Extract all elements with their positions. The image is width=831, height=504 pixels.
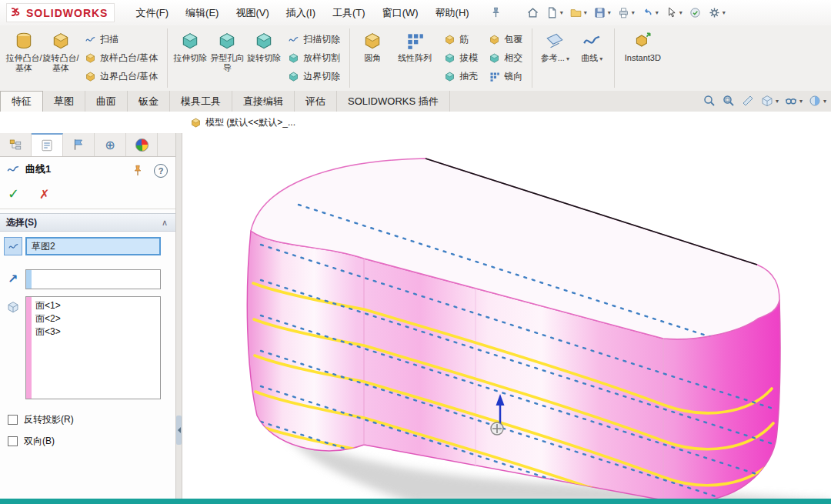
ds-logo-icon: [10, 6, 23, 19]
hole-wizard-button[interactable]: 异型孔向导: [209, 28, 245, 88]
solidworks-window: SOLIDWORKS 文件(F) 编辑(E) 视图(V) 插入(I) 工具(T)…: [0, 0, 831, 504]
reverse-projection-row[interactable]: 反转投影(R): [8, 413, 74, 426]
revolved-cut-button[interactable]: 旋转切除: [245, 28, 282, 88]
cancel-button[interactable]: ✗: [39, 187, 49, 202]
sketch-select-icon[interactable]: [4, 237, 22, 255]
sketch-selection-field[interactable]: 草图2: [25, 237, 161, 255]
dropdown-arrow[interactable]: ▾: [584, 9, 587, 16]
tab-configurationmanager[interactable]: [63, 133, 95, 156]
tab-sketch[interactable]: 草图: [43, 91, 85, 112]
wrap-button[interactable]: 包覆: [485, 32, 526, 47]
tab-evaluate[interactable]: 评估: [295, 91, 337, 112]
print-button[interactable]: ▾: [615, 4, 637, 22]
shell-button[interactable]: 抽壳: [440, 69, 482, 84]
tab-solidworks-addins[interactable]: SOLIDWORKS 插件: [337, 91, 450, 112]
dropdown-arrow[interactable]: ▾: [723, 9, 726, 16]
boundary-cut-button[interactable]: 边界切除: [284, 69, 344, 84]
rebuild-button[interactable]: [686, 4, 704, 22]
checkbox-label: 反转投影(R): [24, 413, 74, 426]
dropdown-arrow[interactable]: ▾: [656, 9, 659, 16]
home-button[interactable]: [524, 4, 542, 22]
hide-show-items-button[interactable]: ▾: [783, 93, 804, 108]
tab-displaymanager[interactable]: [126, 133, 158, 156]
select-cursor-icon: [665, 6, 678, 19]
dropdown-arrow[interactable]: ▾: [566, 55, 569, 62]
tab-mold-tools[interactable]: 模具工具: [170, 91, 232, 112]
select-button[interactable]: ▾: [662, 4, 685, 22]
selection-section-header[interactable]: 选择(S) ∧: [0, 213, 175, 232]
help-icon[interactable]: ?: [154, 164, 168, 178]
tab-dimxpert[interactable]: ⊕: [95, 133, 126, 156]
swept-cut-button[interactable]: 扫描切除: [284, 32, 344, 47]
intersect-button[interactable]: 相交: [485, 51, 526, 65]
section-view-button[interactable]: [739, 93, 756, 108]
extruded-boss-button[interactable]: 拉伸凸台/基体: [5, 28, 42, 88]
dropdown-arrow[interactable]: ▾: [608, 9, 611, 16]
dropdown-arrow[interactable]: ▾: [679, 9, 682, 16]
instant3d-button[interactable]: Instant3D: [619, 28, 666, 88]
view-orientation-button[interactable]: ▾: [759, 93, 780, 108]
dropdown-arrow[interactable]: ▾: [823, 98, 826, 105]
face-list-item[interactable]: 面<1>: [35, 299, 160, 312]
tab-features[interactable]: 特征: [0, 91, 43, 112]
pin-menubar-button[interactable]: [489, 5, 504, 21]
face-list-item[interactable]: 面<2>: [35, 312, 160, 325]
fillet-icon: [362, 31, 382, 51]
menu-edit[interactable]: 编辑(E): [177, 2, 227, 25]
boundary-boss-button[interactable]: 边界凸台/基体: [81, 69, 162, 84]
options-button[interactable]: ▾: [706, 4, 728, 22]
dropdown-arrow[interactable]: ▾: [560, 9, 563, 16]
fillet-button[interactable]: 圆角: [354, 28, 391, 88]
save-button[interactable]: ▾: [591, 4, 613, 22]
button-label: 边界切除: [303, 70, 340, 83]
tab-direct-editing[interactable]: 直接编辑: [232, 91, 295, 112]
lofted-boss-button[interactable]: 放样凸台/基体: [81, 51, 162, 65]
direction-selection-field[interactable]: [25, 269, 161, 289]
model-viewport[interactable]: [182, 112, 831, 499]
bidirectional-row[interactable]: 双向(B): [8, 435, 55, 448]
dropdown-arrow[interactable]: ▾: [599, 55, 602, 62]
direction-arrow-icon: ↗: [8, 272, 18, 286]
ok-button[interactable]: ✓: [8, 185, 19, 202]
keep-visible-pin-icon[interactable]: [131, 164, 145, 178]
tab-featuremanager-tree[interactable]: [0, 133, 32, 156]
zoom-fit-button[interactable]: [701, 93, 718, 108]
tab-sheet-metal[interactable]: 钣金: [128, 91, 170, 112]
undo-button[interactable]: ▾: [639, 4, 661, 22]
menu-help[interactable]: 帮助(H): [427, 2, 478, 25]
draft-button[interactable]: 拔模: [440, 51, 482, 65]
chevron-up-icon[interactable]: ∧: [162, 218, 168, 228]
extruded-cut-button[interactable]: 拉伸切除: [172, 28, 209, 88]
appearances-button[interactable]: ▾: [806, 93, 828, 108]
dropdown-arrow[interactable]: ▾: [799, 98, 803, 105]
panel-collapse-handle[interactable]: [176, 416, 182, 445]
manager-tab-strip: ⊕: [0, 133, 175, 157]
breadcrumb[interactable]: 模型 (默认<<默认>_...: [190, 116, 295, 129]
bidirectional-checkbox[interactable]: [8, 436, 18, 446]
revolved-boss-button[interactable]: 旋转凸台/基体: [42, 28, 79, 88]
dropdown-arrow[interactable]: ▾: [776, 98, 779, 105]
linear-pattern-button[interactable]: 线性阵列: [391, 28, 439, 88]
faces-selection-list[interactable]: 面<1> 面<2> 面<3>: [25, 296, 161, 399]
menu-window[interactable]: 窗口(W): [374, 2, 427, 25]
panel-splitter[interactable]: [175, 133, 182, 499]
property-header: 曲线1: [6, 162, 51, 176]
dropdown-arrow[interactable]: ▾: [632, 9, 635, 16]
menu-view[interactable]: 视图(V): [227, 2, 277, 25]
open-button[interactable]: ▾: [567, 4, 589, 22]
lofted-cut-button[interactable]: 放样切割: [284, 51, 344, 65]
zoom-area-button[interactable]: [720, 93, 737, 108]
reverse-projection-checkbox[interactable]: [8, 415, 18, 425]
tab-surfaces[interactable]: 曲面: [85, 91, 128, 112]
face-list-item[interactable]: 面<3>: [35, 325, 160, 339]
menu-insert[interactable]: 插入(I): [278, 2, 324, 25]
swept-boss-button[interactable]: 扫描: [81, 32, 162, 47]
mirror-button[interactable]: 镜向: [485, 69, 526, 84]
rib-button[interactable]: 筋: [440, 32, 482, 47]
new-document-button[interactable]: ▾: [543, 4, 566, 22]
menu-tools[interactable]: 工具(T): [324, 2, 374, 25]
reference-geometry-button[interactable]: 参考...▾: [536, 28, 573, 88]
tab-propertymanager[interactable]: [32, 133, 63, 156]
menu-file[interactable]: 文件(F): [127, 2, 177, 25]
curves-button[interactable]: 曲线▾: [573, 28, 610, 88]
